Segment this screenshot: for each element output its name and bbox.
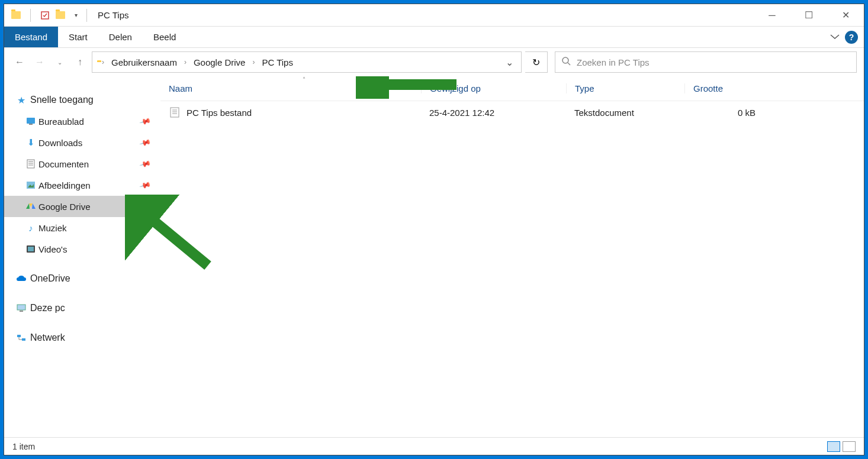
pictures-icon [25,180,36,190]
breadcrumb-item[interactable]: Google Drive [191,57,248,67]
address-bar[interactable]: › Gebruikersnaam › Google Drive › PC Tip… [92,51,522,73]
sidebar-item-label: Documenten [38,159,89,169]
window-controls: ─ ☐ ✕ [754,4,864,27]
sidebar-onedrive[interactable]: OneDrive [4,268,160,289]
sidebar-item-label: Afbeeldingen [38,180,91,190]
forward-button[interactable]: → [31,54,48,70]
sidebar-item-label: Downloads [38,138,82,148]
svg-rect-17 [17,305,25,310]
pin-icon: 📌 [139,158,151,170]
help-button[interactable]: ? [845,31,858,44]
svg-rect-19 [17,335,21,337]
column-headers: Naam Gewijzigd op Type Grootte [160,76,864,101]
pin-icon: 📌 [139,201,151,213]
document-icon [25,159,36,169]
cloud-icon [16,273,27,284]
sidebar-item-music[interactable]: ♪ Muziek [4,217,160,238]
google-drive-icon [25,201,36,212]
chevron-right-icon: › [250,58,257,66]
breadcrumb-item[interactable]: PC Tips [259,57,295,67]
sidebar-this-pc[interactable]: Deze pc [4,298,160,319]
sidebar-item-documents[interactable]: Documenten 📌 [4,153,160,174]
sidebar-item-label: Deze pc [30,303,65,313]
svg-point-1 [562,57,568,63]
file-list-pane: ˄ Naam Gewijzigd op Type Grootte PC Tips… [160,76,864,437]
window-title: PC Tips [98,10,129,20]
dropdown-icon[interactable]: ▾ [70,9,82,21]
svg-marker-14 [26,203,30,209]
tab-file[interactable]: Bestand [4,27,58,47]
file-modified: 25-4-2021 12:42 [421,108,566,118]
star-icon: ★ [16,95,27,105]
search-placeholder: Zoeken in PC Tips [577,57,650,67]
sidebar-item-label: Video's [38,244,67,254]
video-icon [25,244,36,254]
maximize-button[interactable]: ☐ [790,4,827,27]
tab-share[interactable]: Delen [98,27,143,47]
column-name[interactable]: Naam [160,83,421,93]
pc-icon [16,303,27,313]
column-type[interactable]: Type [566,83,684,93]
sidebar-item-videos[interactable]: Video's [4,238,160,260]
music-icon: ♪ [25,222,36,233]
file-name: PC Tips bestand [187,108,252,118]
minimize-button[interactable]: ─ [754,4,790,27]
close-button[interactable]: ✕ [827,4,864,27]
pin-icon: 📌 [139,115,151,128]
tab-view[interactable]: Beeld [143,27,187,47]
ribbon-tabs: Bestand Start Delen Beeld ? [4,27,864,48]
pin-icon: 📌 [139,137,151,149]
sidebar-item-desktop[interactable]: Bureaublad 📌 [4,111,160,132]
sidebar-item-pictures[interactable]: Afbeeldingen 📌 [4,174,160,196]
sidebar-item-label: Bureaublad [38,117,84,127]
column-size[interactable]: Grootte [684,83,767,93]
sidebar-item-label: OneDrive [30,273,70,284]
sidebar-item-google-drive[interactable]: Google Drive 📌 [4,196,160,217]
chevron-down-icon[interactable] [830,32,840,43]
folder-icon [10,9,22,21]
quick-access-toolbar: ▾ [4,9,82,22]
file-row[interactable]: PC Tips bestand 25-4-2021 12:42 Tekstdoc… [160,101,864,124]
sidebar-item-label: Google Drive [38,202,91,212]
up-button[interactable]: ↑ [72,54,88,70]
sidebar-item-downloads[interactable]: ⬇ Downloads 📌 [4,132,160,153]
svg-rect-3 [27,118,35,124]
large-icons-view-button[interactable] [843,441,856,452]
chevron-right-icon: › [182,58,189,66]
item-count: 1 item [12,442,35,451]
separator [86,9,87,22]
svg-rect-5 [27,160,34,168]
navigation-pane: ★ Snelle toegang Bureaublad 📌 ⬇ Download… [4,76,160,437]
svg-marker-13 [32,203,36,209]
details-view-button[interactable] [827,441,840,452]
svg-rect-16 [28,247,34,251]
search-input[interactable]: Zoeken in PC Tips [555,51,857,73]
sidebar-item-label: Snelle toegang [30,95,94,105]
svg-rect-18 [20,311,23,312]
back-button[interactable]: ← [11,54,28,70]
svg-rect-20 [22,338,25,341]
address-dropdown[interactable]: ⌄ [502,57,516,68]
separator [30,9,31,22]
sidebar-network[interactable]: Netwerk [4,327,160,348]
svg-marker-12 [29,203,33,207]
folder-icon[interactable] [54,9,66,21]
column-modified[interactable]: Gewijzigd op [421,83,566,93]
properties-icon[interactable] [39,9,51,21]
tab-start[interactable]: Start [58,27,98,47]
refresh-button[interactable]: ↻ [525,51,548,73]
pin-icon: 📌 [139,179,151,192]
content-area: ★ Snelle toegang Bureaublad 📌 ⬇ Download… [4,76,864,437]
text-file-icon [169,106,181,118]
svg-rect-4 [29,124,33,125]
address-bar-row: ← → ⌄ ↑ › Gebruikersnaam › Google Drive … [4,48,864,76]
svg-rect-21 [171,108,179,117]
breadcrumb-item[interactable]: Gebruikersnaam [109,57,179,67]
chevron-right-icon: › [99,58,107,66]
explorer-window: ▾ PC Tips ─ ☐ ✕ Bestand Start Delen Beel… [4,4,864,455]
svg-line-2 [568,63,570,65]
recent-dropdown[interactable]: ⌄ [52,54,68,70]
network-icon [16,332,27,343]
sidebar-quick-access[interactable]: ★ Snelle toegang [4,89,160,111]
title-bar: ▾ PC Tips ─ ☐ ✕ [4,4,864,27]
